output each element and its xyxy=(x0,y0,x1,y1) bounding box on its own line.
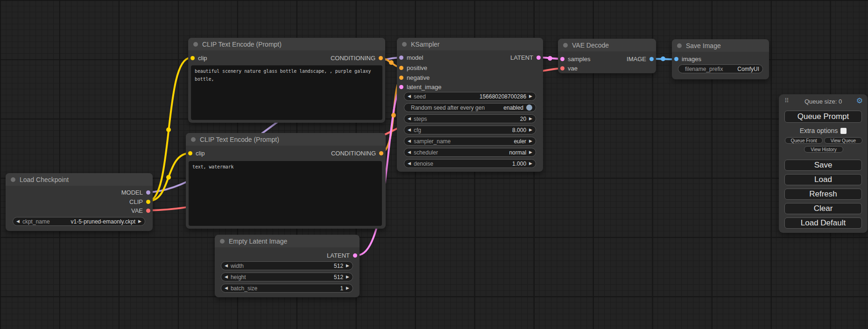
increment-arrow-icon[interactable]: ▶ xyxy=(529,161,532,166)
latent-port-icon[interactable] xyxy=(560,57,565,61)
increment-arrow-icon[interactable]: ▶ xyxy=(529,128,532,132)
output-slot-conditioning[interactable]: CONDITIONING xyxy=(331,54,385,62)
collapse-dot-icon[interactable] xyxy=(563,43,568,48)
output-slot-image[interactable]: IMAGE xyxy=(627,55,656,63)
node-title-bar[interactable]: Empty Latent Image xyxy=(215,235,360,247)
input-slot-negative[interactable]: negative xyxy=(397,74,430,82)
increment-arrow-icon[interactable]: ▶ xyxy=(346,286,349,290)
model-port-icon[interactable] xyxy=(146,190,150,195)
decrement-arrow-icon[interactable]: ◀ xyxy=(408,128,411,132)
collapse-dot-icon[interactable] xyxy=(402,42,407,47)
output-slot-latent[interactable]: LATENT xyxy=(327,252,360,259)
increment-arrow-icon[interactable]: ▶ xyxy=(346,275,349,279)
output-slot-model[interactable]: MODEL xyxy=(121,189,153,196)
filename-prefix-widget[interactable]: filename_prefix ComfyUI xyxy=(678,64,763,73)
node-canvas[interactable]: Load Checkpoint MODEL CLIP VAE ◀ ckpt_na… xyxy=(0,0,868,329)
scheduler-widget[interactable]: ◀ scheduler normal ▶ xyxy=(404,148,536,157)
input-slot-samples[interactable]: samples xyxy=(558,55,590,63)
batch-size-widget[interactable]: ◀ batch_size 1 ▶ xyxy=(221,284,353,293)
width-widget[interactable]: ◀ width 512 ▶ xyxy=(221,261,353,270)
model-port-icon[interactable] xyxy=(399,56,403,60)
vae-port-icon[interactable] xyxy=(560,66,565,70)
decrement-arrow-icon[interactable]: ◀ xyxy=(16,219,20,224)
input-slot-model[interactable]: model xyxy=(397,54,423,62)
positive-prompt-textarea[interactable]: beautiful scenery nature glass bottle la… xyxy=(191,65,382,120)
input-slot-positive[interactable]: positive xyxy=(397,64,427,72)
input-slot-clip[interactable]: clip xyxy=(188,54,207,62)
conditioning-port-icon[interactable] xyxy=(399,66,403,70)
steps-widget[interactable]: ◀ steps 20 ▶ xyxy=(404,114,536,123)
increment-arrow-icon[interactable]: ▶ xyxy=(529,117,532,121)
queue-prompt-button[interactable]: Queue Prompt xyxy=(784,111,862,123)
latent-port-icon[interactable] xyxy=(399,85,403,89)
cfg-widget[interactable]: ◀ cfg 8.000 ▶ xyxy=(404,126,536,134)
output-slot-vae[interactable]: VAE xyxy=(131,207,153,215)
decrement-arrow-icon[interactable]: ◀ xyxy=(408,161,411,166)
collapse-dot-icon[interactable] xyxy=(11,177,15,182)
conditioning-port-icon[interactable] xyxy=(379,56,383,60)
node-title-bar[interactable]: CLIP Text Encode (Prompt) xyxy=(186,133,386,146)
decrement-arrow-icon[interactable]: ◀ xyxy=(408,150,411,154)
drag-handle-icon[interactable]: ⠿ xyxy=(784,98,789,104)
load-button[interactable]: Load xyxy=(784,174,862,185)
collapse-dot-icon[interactable] xyxy=(220,239,225,244)
node-title-bar[interactable]: CLIP Text Encode (Prompt) xyxy=(188,38,385,50)
negative-prompt-textarea[interactable]: text, watermark xyxy=(189,161,382,226)
collapse-dot-icon[interactable] xyxy=(677,43,682,48)
latent-port-icon[interactable] xyxy=(353,253,357,258)
widget-value: 1 xyxy=(340,285,343,292)
input-slot-images[interactable]: images xyxy=(672,55,701,63)
queue-front-button[interactable]: Queue Front xyxy=(785,137,823,144)
clip-port-icon[interactable] xyxy=(188,151,192,155)
extra-options-checkbox[interactable] xyxy=(840,128,847,134)
denoise-widget[interactable]: ◀ denoise 1.000 ▶ xyxy=(404,159,536,168)
view-history-button[interactable]: View History xyxy=(804,146,843,153)
decrement-arrow-icon[interactable]: ◀ xyxy=(408,117,411,121)
node-title-bar[interactable]: Save Image xyxy=(672,39,769,52)
decrement-arrow-icon[interactable]: ◀ xyxy=(225,275,228,279)
input-slot-clip[interactable]: clip xyxy=(186,149,205,157)
increment-arrow-icon[interactable]: ▶ xyxy=(346,264,349,268)
output-slot-conditioning[interactable]: CONDITIONING xyxy=(331,149,386,157)
load-default-button[interactable]: Load Default xyxy=(784,217,862,229)
output-slot-latent[interactable]: LATENT xyxy=(510,54,543,62)
increment-arrow-icon[interactable]: ▶ xyxy=(529,150,532,154)
collapse-dot-icon[interactable] xyxy=(191,137,196,142)
seed-widget[interactable]: ◀ seed 156680208700286 ▶ xyxy=(404,92,536,101)
decrement-arrow-icon[interactable]: ◀ xyxy=(225,286,228,290)
view-queue-button[interactable]: View Queue xyxy=(824,137,862,144)
node-title-bar[interactable]: KSampler xyxy=(397,38,543,50)
save-button[interactable]: Save xyxy=(784,160,862,171)
sampler-name-widget[interactable]: ◀ sampler_name euler ▶ xyxy=(404,137,536,146)
widget-label: cfg xyxy=(414,127,421,133)
gear-icon[interactable]: ⚙ xyxy=(856,97,863,105)
ckpt-name-widget[interactable]: ◀ ckpt_name v1-5-pruned-emaonly.ckpt ▶ xyxy=(13,217,145,226)
increment-arrow-icon[interactable]: ▶ xyxy=(138,219,141,224)
clip-port-icon[interactable] xyxy=(146,200,150,204)
node-title-bar[interactable]: Load Checkpoint xyxy=(6,173,153,186)
toggle-on-icon[interactable] xyxy=(526,105,532,111)
conditioning-port-icon[interactable] xyxy=(379,151,383,155)
decrement-arrow-icon[interactable]: ◀ xyxy=(408,139,411,143)
widget-label: Random seed after every gen xyxy=(411,105,485,111)
collapse-dot-icon[interactable] xyxy=(193,42,198,47)
vae-port-icon[interactable] xyxy=(146,209,150,213)
output-slot-clip[interactable]: CLIP xyxy=(129,198,153,206)
decrement-arrow-icon[interactable]: ◀ xyxy=(225,264,228,268)
clear-button[interactable]: Clear xyxy=(784,203,862,214)
refresh-button[interactable]: Refresh xyxy=(784,189,862,200)
height-widget[interactable]: ◀ height 512 ▶ xyxy=(221,273,353,281)
node-title-bar[interactable]: VAE Decode xyxy=(558,39,656,51)
decrement-arrow-icon[interactable]: ◀ xyxy=(408,94,411,98)
input-slot-vae[interactable]: vae xyxy=(558,64,578,72)
random-seed-toggle[interactable]: Random seed after every gen enabled xyxy=(404,103,536,112)
conditioning-port-icon[interactable] xyxy=(399,76,403,80)
image-port-icon[interactable] xyxy=(674,57,678,61)
image-port-icon[interactable] xyxy=(649,57,654,61)
slot-label: clip xyxy=(198,55,207,62)
latent-port-icon[interactable] xyxy=(536,56,541,60)
clip-port-icon[interactable] xyxy=(191,56,195,60)
increment-arrow-icon[interactable]: ▶ xyxy=(529,139,532,143)
increment-arrow-icon[interactable]: ▶ xyxy=(529,94,532,98)
input-slot-latent-image[interactable]: latent_image xyxy=(397,83,441,91)
